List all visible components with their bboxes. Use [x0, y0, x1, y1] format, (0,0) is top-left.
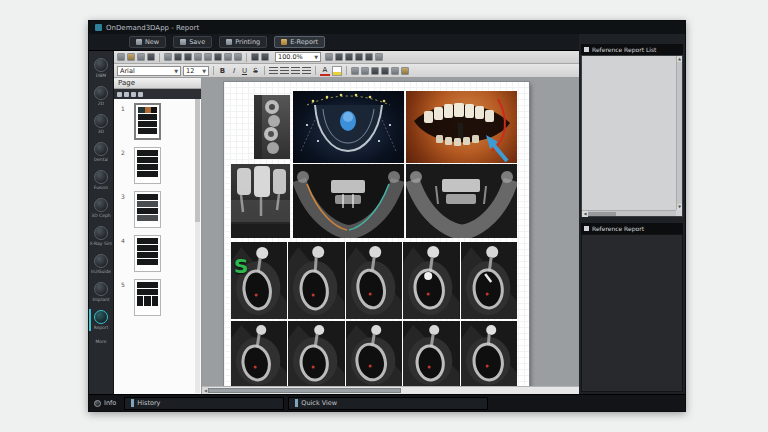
sagittal-slice-image[interactable]: [254, 95, 290, 159]
page-thumbnail-3[interactable]: [134, 191, 161, 228]
page-thumbnail-1[interactable]: [134, 103, 161, 140]
sidebar-item-dbm[interactable]: DBM: [89, 54, 113, 82]
window-title: OnDemand3DApp - Report: [106, 24, 199, 32]
reference-list-vscrollbar[interactable]: ▲ ▼: [676, 56, 682, 210]
page-thumbnail-4[interactable]: [134, 235, 161, 272]
new-report-button[interactable]: New: [129, 36, 166, 48]
page-thumbnail-5[interactable]: [134, 279, 161, 316]
sidebar-item-implant[interactable]: Implant: [89, 278, 113, 306]
panoramic-plain-image[interactable]: [406, 164, 517, 238]
cross-section-slice[interactable]: [403, 242, 459, 319]
reference-report-list-body[interactable]: ▲ ▼ ◀: [581, 55, 683, 217]
group-icon[interactable]: [214, 53, 222, 61]
scroll-down-icon[interactable]: ▼: [677, 204, 682, 210]
paste-icon[interactable]: [137, 53, 145, 61]
page-panel-scrollbar[interactable]: [195, 99, 200, 393]
move-page-down-icon[interactable]: [138, 92, 143, 97]
page-setup-icon[interactable]: [261, 53, 269, 61]
delete-page-icon[interactable]: [124, 92, 129, 97]
new-page-icon[interactable]: [117, 53, 125, 61]
highlight-color-button[interactable]: [332, 66, 342, 76]
horizontal-scroll-thumb[interactable]: [588, 212, 616, 216]
sidebar-item-fusion[interactable]: Fusion: [89, 166, 113, 194]
scroll-up-icon[interactable]: ▲: [677, 56, 682, 62]
font-color-button[interactable]: A: [320, 66, 330, 76]
save-report-button[interactable]: Save: [173, 36, 212, 48]
numbered-list-icon[interactable]: [361, 67, 369, 75]
page-thumbnail-2[interactable]: [134, 147, 161, 184]
sidebar-item-3d-ceph[interactable]: 3D Ceph: [89, 194, 113, 222]
font-family-select[interactable]: Arial ▼: [117, 66, 181, 76]
underline-button[interactable]: U: [240, 66, 249, 76]
horizontal-scroll-thumb[interactable]: [208, 388, 401, 393]
desktop-background: OnDemand3DApp - Report New Save Printing…: [0, 0, 768, 432]
cross-section-slice[interactable]: [346, 242, 402, 319]
print-icon[interactable]: [147, 53, 155, 61]
molar-slice-image[interactable]: [231, 164, 290, 238]
reference-report-header[interactable]: Reference Report: [581, 223, 683, 234]
fit-page-icon[interactable]: [325, 53, 333, 61]
cross-section-slice[interactable]: [346, 321, 402, 386]
add-page-icon[interactable]: [117, 92, 122, 97]
cut-icon[interactable]: [164, 53, 172, 61]
insert-table-icon[interactable]: [335, 53, 343, 61]
bullet-list-icon[interactable]: [351, 67, 359, 75]
italic-button[interactable]: I: [229, 66, 238, 76]
cross-section-slice[interactable]: [403, 321, 459, 386]
bring-front-icon[interactable]: [224, 53, 232, 61]
indent-icon[interactable]: [371, 67, 379, 75]
align-left-icon[interactable]: [269, 67, 278, 75]
history-tab[interactable]: History: [124, 397, 284, 410]
sidebar-item-report[interactable]: Report: [89, 306, 113, 334]
sidebar-item-in2guide[interactable]: In2Guide: [89, 250, 113, 278]
spacing-icon[interactable]: [391, 67, 399, 75]
zoom-select[interactable]: 100.0% ▼: [275, 52, 321, 62]
outdent-icon[interactable]: [381, 67, 389, 75]
printing-button[interactable]: Printing: [219, 36, 267, 48]
send-back-icon[interactable]: [234, 53, 242, 61]
cross-section-strip-1[interactable]: S: [231, 242, 517, 319]
sidebar-item-3d[interactable]: 3D: [89, 110, 113, 138]
cross-section-strip-2[interactable]: [231, 321, 517, 386]
grid-toggle-icon[interactable]: [375, 53, 383, 61]
mouth-photo-image[interactable]: [406, 91, 517, 163]
select-all-icon[interactable]: [194, 53, 202, 61]
reference-list-hscrollbar[interactable]: ◀: [582, 210, 676, 216]
sidebar-item-more[interactable]: More: [89, 334, 113, 348]
title-bar[interactable]: OnDemand3DApp - Report: [89, 21, 685, 34]
arrange-icon[interactable]: [204, 53, 212, 61]
redo-icon[interactable]: [184, 53, 192, 61]
reference-report-body[interactable]: [581, 234, 683, 392]
font-size-select[interactable]: 12 ▼: [183, 66, 209, 76]
insert-image-icon[interactable]: [345, 53, 353, 61]
quick-view-tab[interactable]: Quick View: [288, 397, 488, 410]
bold-button[interactable]: B: [218, 66, 227, 76]
copy-icon[interactable]: [127, 53, 135, 61]
cross-section-slice[interactable]: S: [231, 242, 287, 319]
sidebar-item-2d[interactable]: 2D: [89, 82, 113, 110]
strikethrough-button[interactable]: S: [251, 66, 260, 76]
info-tab[interactable]: Info: [89, 399, 124, 407]
find-icon[interactable]: [401, 67, 409, 75]
axial-arch-image[interactable]: [293, 91, 404, 163]
undo-icon[interactable]: [174, 53, 182, 61]
reference-report-list-header[interactable]: Reference Report List: [581, 44, 683, 55]
move-page-up-icon[interactable]: [131, 92, 136, 97]
insert-textbox-icon[interactable]: [355, 53, 363, 61]
cross-section-slice[interactable]: [461, 321, 517, 386]
e-report-button[interactable]: E-Report: [274, 36, 325, 48]
cross-section-slice[interactable]: [288, 321, 344, 386]
panoramic-curves-image[interactable]: [293, 164, 404, 238]
cross-section-slice[interactable]: [288, 242, 344, 319]
align-justify-icon[interactable]: [302, 67, 311, 75]
report-page[interactable]: S: [224, 82, 529, 386]
toolbar-separator: [264, 66, 265, 75]
cross-section-slice[interactable]: [461, 242, 517, 319]
align-right-icon[interactable]: [291, 67, 300, 75]
sidebar-item-xray-sim[interactable]: X-Ray Sim: [89, 222, 113, 250]
page-layout-icon[interactable]: [251, 53, 259, 61]
sidebar-item-dental[interactable]: Dental: [89, 138, 113, 166]
insert-line-icon[interactable]: [365, 53, 373, 61]
align-center-icon[interactable]: [280, 67, 289, 75]
cross-section-slice[interactable]: [231, 321, 287, 386]
